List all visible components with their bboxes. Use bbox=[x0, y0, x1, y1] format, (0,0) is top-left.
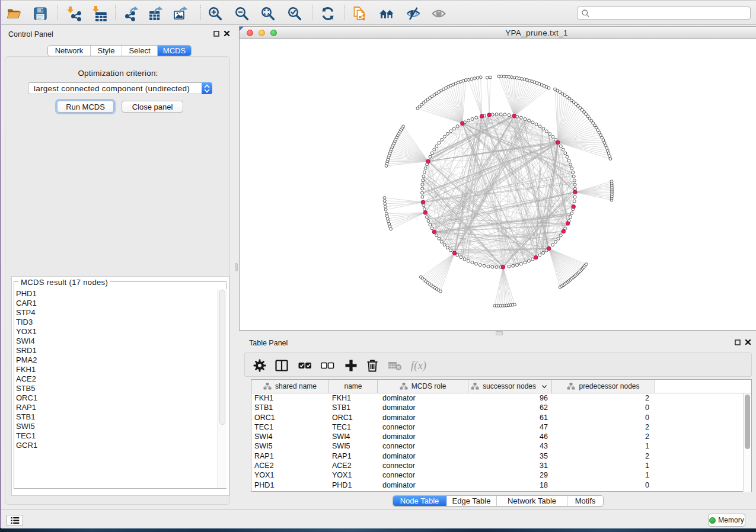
result-node-item[interactable]: STP4 bbox=[15, 308, 218, 318]
tab-network[interactable]: Network bbox=[48, 46, 91, 56]
table-scrollbar[interactable] bbox=[743, 393, 751, 492]
toolbar-separator bbox=[115, 5, 116, 21]
table-row[interactable]: FKH1 FKH1 dominator 96 2 bbox=[251, 393, 743, 403]
search-box[interactable] bbox=[577, 7, 751, 20]
select-all-checkbox-icon[interactable] bbox=[297, 358, 312, 373]
memory-button[interactable]: Memory bbox=[708, 514, 745, 527]
table-row[interactable]: ORC1 ORC1 dominator 61 0 bbox=[251, 413, 743, 422]
save-session-icon bbox=[33, 6, 48, 21]
float-panel-icon[interactable] bbox=[213, 31, 219, 37]
tab-motifs[interactable]: Motifs bbox=[567, 496, 603, 506]
result-node-item[interactable]: TEC1 bbox=[15, 431, 218, 441]
zoom-out-icon bbox=[234, 6, 250, 21]
network-canvas[interactable] bbox=[240, 39, 756, 330]
import-table-icon[interactable] bbox=[92, 6, 107, 21]
mcds-result-list[interactable]: PHD1CAR1STP4TID3YOX1SWI4SRD1PMA2FKH1ACE2… bbox=[15, 289, 218, 488]
control-panel-title: Control Panel bbox=[8, 30, 53, 39]
sort-chevron-icon[interactable] bbox=[541, 384, 547, 389]
result-node-item[interactable]: SWI4 bbox=[15, 336, 218, 346]
import-network-icon[interactable] bbox=[66, 6, 82, 21]
gear-icon[interactable] bbox=[252, 358, 267, 373]
delete-icon[interactable] bbox=[365, 358, 380, 373]
table-panel: Table Panel f(x) shared namenameMCDS rol… bbox=[239, 335, 756, 509]
hide-selected-icon[interactable] bbox=[406, 6, 421, 21]
optimization-criterion-select[interactable]: largest connected component (undirected) bbox=[28, 82, 212, 94]
table-row[interactable]: SWI4 SWI4 dominator 46 2 bbox=[251, 432, 743, 441]
import-table-icon bbox=[92, 6, 107, 21]
refresh-icon[interactable] bbox=[320, 6, 336, 21]
zoom-fit-icon[interactable] bbox=[260, 6, 276, 21]
optimization-criterion-value: largest connected component (undirected) bbox=[28, 84, 202, 93]
zoom-out-icon[interactable] bbox=[234, 6, 250, 21]
table-row[interactable]: YOX1 YOX1 connector 29 1 bbox=[251, 470, 743, 480]
first-neighbors-icon[interactable] bbox=[379, 6, 394, 21]
result-node-item[interactable]: ACE2 bbox=[15, 374, 218, 384]
tab-style[interactable]: Style bbox=[91, 46, 122, 56]
float-table-panel-icon[interactable] bbox=[735, 339, 741, 345]
column-header-name[interactable]: name bbox=[329, 380, 378, 393]
close-window-icon[interactable] bbox=[247, 30, 253, 36]
clone-network-icon[interactable] bbox=[352, 6, 367, 21]
result-node-item[interactable]: CAR1 bbox=[15, 299, 218, 308]
result-node-item[interactable]: SRD1 bbox=[15, 346, 218, 355]
search-input[interactable] bbox=[590, 8, 750, 18]
split-columns-icon[interactable] bbox=[274, 358, 289, 373]
table-row[interactable]: SWI5 SWI5 connector 43 1 bbox=[251, 441, 743, 451]
result-node-item[interactable]: TID3 bbox=[15, 318, 218, 327]
status-list-button[interactable] bbox=[7, 515, 23, 526]
minimize-window-icon[interactable] bbox=[259, 30, 265, 36]
column-header-predecessor-nodes[interactable]: predecessor nodes bbox=[552, 380, 655, 393]
show-all-icon bbox=[431, 6, 446, 21]
result-scrollbar-thumb[interactable] bbox=[219, 290, 225, 425]
result-node-item[interactable]: YOX1 bbox=[15, 327, 218, 336]
result-node-item[interactable]: PMA2 bbox=[15, 355, 218, 365]
network-window-titlebar[interactable]: YPA_prune.txt_1 bbox=[240, 27, 756, 39]
result-node-item[interactable]: RAP1 bbox=[15, 403, 218, 412]
open-file-icon[interactable] bbox=[7, 6, 22, 21]
zoom-selected-icon[interactable] bbox=[287, 6, 302, 21]
table-scrollbar-thumb[interactable] bbox=[745, 395, 750, 449]
add-column-icon[interactable] bbox=[343, 358, 359, 373]
result-node-item[interactable]: PHD1 bbox=[15, 289, 218, 299]
tab-mcds[interactable]: MCDS bbox=[158, 46, 191, 56]
table-row[interactable]: STB1 STB1 dominator 62 0 bbox=[251, 403, 743, 412]
add-column-icon bbox=[343, 358, 359, 373]
table-row[interactable]: ACE2 ACE2 connector 31 1 bbox=[251, 461, 743, 470]
zoom-in-icon[interactable] bbox=[208, 6, 223, 21]
result-node-item[interactable]: STB1 bbox=[15, 412, 218, 422]
export-table-icon[interactable] bbox=[148, 6, 164, 21]
tab-network-table[interactable]: Network Table bbox=[497, 496, 567, 506]
result-node-item[interactable]: GCR1 bbox=[15, 441, 218, 450]
status-bar: Memory bbox=[1, 509, 756, 528]
result-node-item[interactable]: FKH1 bbox=[15, 365, 218, 374]
table-row[interactable]: RAP1 RAP1 dominator 35 2 bbox=[251, 451, 743, 461]
result-node-item[interactable]: SWI5 bbox=[15, 422, 218, 431]
column-header-successor-nodes[interactable]: successor nodes bbox=[468, 380, 552, 393]
column-header-MCDS-role[interactable]: MCDS role bbox=[378, 380, 468, 393]
hide-selected-icon bbox=[406, 6, 421, 21]
close-table-panel-icon[interactable] bbox=[745, 339, 751, 345]
save-session-icon[interactable] bbox=[33, 6, 48, 21]
maximize-window-icon[interactable] bbox=[270, 30, 277, 36]
tab-select[interactable]: Select bbox=[122, 46, 158, 56]
close-panel-icon[interactable] bbox=[224, 30, 230, 37]
table-header-row: shared namenameMCDS rolesuccessor nodesp… bbox=[251, 380, 751, 393]
tab-edge-table[interactable]: Edge Table bbox=[446, 496, 497, 506]
result-node-item[interactable]: ORC1 bbox=[15, 393, 218, 403]
export-network-icon[interactable] bbox=[124, 6, 139, 21]
deselect-all-checkbox-icon[interactable] bbox=[320, 358, 335, 373]
task-list-icon bbox=[11, 517, 20, 524]
tab-node-table[interactable]: Node Table bbox=[393, 496, 446, 506]
table-row[interactable]: TEC1 TEC1 connector 47 2 bbox=[251, 422, 743, 432]
table-row[interactable]: PHD1 PHD1 dominator 18 0 bbox=[251, 480, 743, 490]
export-image-icon[interactable] bbox=[173, 6, 189, 21]
zoom-in-icon bbox=[208, 6, 223, 21]
result-node-item[interactable]: STB5 bbox=[15, 384, 218, 393]
control-panel: Control Panel NetworkStyleSelectMCDS Opt… bbox=[1, 25, 234, 509]
run-mcds-button[interactable]: Run MCDS bbox=[57, 101, 114, 113]
vertical-splitter-handle[interactable] bbox=[235, 263, 238, 271]
close-panel-button[interactable]: Close panel bbox=[122, 101, 183, 113]
horizontal-splitter-handle[interactable] bbox=[496, 331, 503, 335]
result-list-scrollbar[interactable] bbox=[218, 289, 227, 488]
column-header-shared-name[interactable]: shared name bbox=[251, 380, 329, 393]
